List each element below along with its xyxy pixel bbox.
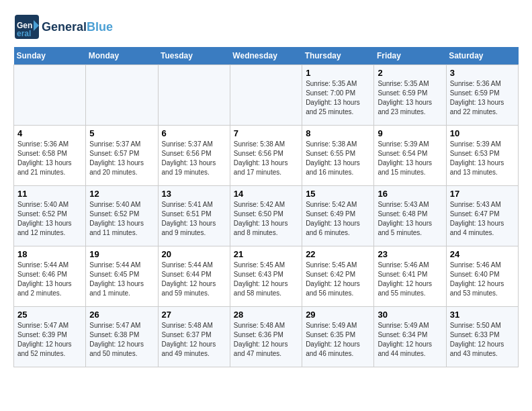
day-info: Sunrise: 5:39 AM Sunset: 6:54 PM Dayligh… (378, 140, 442, 177)
day-info: Sunrise: 5:43 AM Sunset: 6:48 PM Dayligh… (378, 200, 442, 238)
day-number: 21 (234, 249, 298, 259)
calendar-cell: 8Sunrise: 5:38 AM Sunset: 6:55 PM Daylig… (302, 126, 374, 186)
calendar-cell: 7Sunrise: 5:38 AM Sunset: 6:56 PM Daylig… (230, 126, 302, 186)
calendar-cell (158, 65, 230, 126)
svg-text:eral: eral (17, 29, 31, 38)
week-row-5: 25Sunrise: 5:47 AM Sunset: 6:39 PM Dayli… (14, 307, 519, 367)
calendar-cell: 25Sunrise: 5:47 AM Sunset: 6:39 PM Dayli… (14, 307, 86, 367)
day-info: Sunrise: 5:44 AM Sunset: 6:45 PM Dayligh… (89, 261, 154, 298)
calendar-cell: 28Sunrise: 5:48 AM Sunset: 6:36 PM Dayli… (230, 307, 302, 367)
calendar-cell: 21Sunrise: 5:45 AM Sunset: 6:43 PM Dayli… (230, 246, 302, 307)
day-info: Sunrise: 5:42 AM Sunset: 6:50 PM Dayligh… (234, 200, 298, 238)
day-number: 5 (89, 128, 154, 138)
day-number: 28 (234, 310, 298, 320)
calendar-cell: 15Sunrise: 5:42 AM Sunset: 6:49 PM Dayli… (302, 186, 374, 246)
day-info: Sunrise: 5:35 AM Sunset: 6:59 PM Dayligh… (378, 79, 442, 117)
calendar-header: SundayMondayTuesdayWednesdayThursdayFrid… (14, 47, 519, 65)
calendar-cell: 17Sunrise: 5:43 AM Sunset: 6:47 PM Dayli… (446, 186, 518, 246)
day-number: 24 (450, 249, 515, 259)
day-number: 22 (306, 249, 370, 259)
calendar-cell: 26Sunrise: 5:47 AM Sunset: 6:38 PM Dayli… (86, 307, 158, 367)
day-info: Sunrise: 5:43 AM Sunset: 6:47 PM Dayligh… (450, 200, 515, 238)
day-number: 18 (17, 249, 82, 259)
calendar-cell: 9Sunrise: 5:39 AM Sunset: 6:54 PM Daylig… (374, 126, 446, 186)
header-tuesday: Tuesday (158, 47, 230, 65)
calendar-cell: 30Sunrise: 5:49 AM Sunset: 6:34 PM Dayli… (374, 307, 446, 367)
calendar-cell: 1Sunrise: 5:35 AM Sunset: 7:00 PM Daylig… (302, 65, 374, 126)
day-info: Sunrise: 5:47 AM Sunset: 6:38 PM Dayligh… (89, 321, 154, 359)
calendar-body: 1Sunrise: 5:35 AM Sunset: 7:00 PM Daylig… (14, 65, 519, 367)
calendar-cell: 12Sunrise: 5:40 AM Sunset: 6:52 PM Dayli… (86, 186, 158, 246)
calendar-cell: 10Sunrise: 5:39 AM Sunset: 6:53 PM Dayli… (446, 126, 518, 186)
day-info: Sunrise: 5:35 AM Sunset: 7:00 PM Dayligh… (306, 79, 370, 117)
calendar-table: SundayMondayTuesdayWednesdayThursdayFrid… (13, 47, 519, 367)
day-info: Sunrise: 5:40 AM Sunset: 6:52 PM Dayligh… (89, 200, 154, 238)
calendar-cell: 20Sunrise: 5:44 AM Sunset: 6:44 PM Dayli… (158, 246, 230, 307)
day-info: Sunrise: 5:37 AM Sunset: 6:56 PM Dayligh… (162, 140, 226, 177)
day-info: Sunrise: 5:45 AM Sunset: 6:42 PM Dayligh… (306, 261, 370, 298)
calendar-cell: 16Sunrise: 5:43 AM Sunset: 6:48 PM Dayli… (374, 186, 446, 246)
day-number: 31 (450, 310, 515, 320)
week-row-2: 4Sunrise: 5:36 AM Sunset: 6:58 PM Daylig… (14, 126, 519, 186)
day-number: 8 (306, 128, 370, 138)
calendar-cell (230, 65, 302, 126)
day-info: Sunrise: 5:45 AM Sunset: 6:43 PM Dayligh… (234, 261, 298, 298)
day-number: 26 (89, 310, 154, 320)
header-monday: Monday (86, 47, 158, 65)
calendar-cell: 31Sunrise: 5:50 AM Sunset: 6:33 PM Dayli… (446, 307, 518, 367)
calendar-cell: 27Sunrise: 5:48 AM Sunset: 6:37 PM Dayli… (158, 307, 230, 367)
day-number: 15 (306, 189, 370, 199)
day-number: 23 (378, 249, 442, 259)
day-info: Sunrise: 5:48 AM Sunset: 6:36 PM Dayligh… (234, 321, 298, 359)
day-number: 14 (234, 189, 298, 199)
calendar-cell: 24Sunrise: 5:46 AM Sunset: 6:40 PM Dayli… (446, 246, 518, 307)
page-header: Gen eral GeneralBlue (13, 13, 519, 40)
day-number: 2 (378, 68, 442, 78)
day-info: Sunrise: 5:49 AM Sunset: 6:34 PM Dayligh… (378, 321, 442, 359)
header-sunday: Sunday (14, 47, 86, 65)
calendar-cell (86, 65, 158, 126)
day-info: Sunrise: 5:38 AM Sunset: 6:55 PM Dayligh… (306, 140, 370, 177)
calendar-cell: 23Sunrise: 5:46 AM Sunset: 6:41 PM Dayli… (374, 246, 446, 307)
week-row-1: 1Sunrise: 5:35 AM Sunset: 7:00 PM Daylig… (14, 65, 519, 126)
day-number: 3 (450, 68, 515, 78)
day-info: Sunrise: 5:49 AM Sunset: 6:35 PM Dayligh… (306, 321, 370, 359)
calendar-cell: 2Sunrise: 5:35 AM Sunset: 6:59 PM Daylig… (374, 65, 446, 126)
day-number: 12 (89, 189, 154, 199)
logo-icon: Gen eral (13, 13, 40, 40)
header-friday: Friday (374, 47, 446, 65)
day-number: 30 (378, 310, 442, 320)
day-info: Sunrise: 5:36 AM Sunset: 6:58 PM Dayligh… (17, 140, 82, 177)
day-info: Sunrise: 5:37 AM Sunset: 6:57 PM Dayligh… (89, 140, 154, 177)
day-number: 19 (89, 249, 154, 259)
calendar-cell: 14Sunrise: 5:42 AM Sunset: 6:50 PM Dayli… (230, 186, 302, 246)
logo-text: GeneralBlue (42, 20, 113, 34)
day-number: 10 (450, 128, 515, 138)
day-info: Sunrise: 5:42 AM Sunset: 6:49 PM Dayligh… (306, 200, 370, 238)
calendar-cell: 5Sunrise: 5:37 AM Sunset: 6:57 PM Daylig… (86, 126, 158, 186)
week-row-3: 11Sunrise: 5:40 AM Sunset: 6:52 PM Dayli… (14, 186, 519, 246)
day-info: Sunrise: 5:44 AM Sunset: 6:46 PM Dayligh… (17, 261, 82, 298)
calendar-cell: 6Sunrise: 5:37 AM Sunset: 6:56 PM Daylig… (158, 126, 230, 186)
calendar-cell: 19Sunrise: 5:44 AM Sunset: 6:45 PM Dayli… (86, 246, 158, 307)
day-info: Sunrise: 5:46 AM Sunset: 6:40 PM Dayligh… (450, 261, 515, 298)
day-info: Sunrise: 5:48 AM Sunset: 6:37 PM Dayligh… (162, 321, 226, 359)
calendar-cell: 13Sunrise: 5:41 AM Sunset: 6:51 PM Dayli… (158, 186, 230, 246)
day-info: Sunrise: 5:36 AM Sunset: 6:59 PM Dayligh… (450, 79, 515, 117)
day-info: Sunrise: 5:38 AM Sunset: 6:56 PM Dayligh… (234, 140, 298, 177)
day-number: 11 (17, 189, 82, 199)
day-number: 13 (162, 189, 226, 199)
calendar-cell: 18Sunrise: 5:44 AM Sunset: 6:46 PM Dayli… (14, 246, 86, 307)
calendar-cell: 4Sunrise: 5:36 AM Sunset: 6:58 PM Daylig… (14, 126, 86, 186)
day-number: 29 (306, 310, 370, 320)
day-number: 16 (378, 189, 442, 199)
header-row: SundayMondayTuesdayWednesdayThursdayFrid… (14, 47, 519, 65)
day-info: Sunrise: 5:47 AM Sunset: 6:39 PM Dayligh… (17, 321, 82, 359)
day-info: Sunrise: 5:39 AM Sunset: 6:53 PM Dayligh… (450, 140, 515, 177)
day-number: 27 (162, 310, 226, 320)
day-number: 17 (450, 189, 515, 199)
header-wednesday: Wednesday (230, 47, 302, 65)
day-number: 7 (234, 128, 298, 138)
day-number: 9 (378, 128, 442, 138)
day-number: 20 (162, 249, 226, 259)
